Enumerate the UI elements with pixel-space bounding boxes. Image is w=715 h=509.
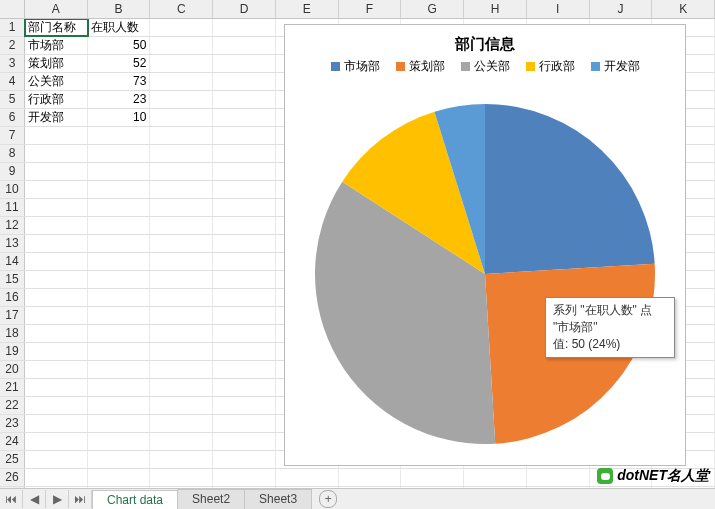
cell[interactable]	[213, 181, 276, 198]
cell[interactable]	[213, 307, 276, 324]
cell[interactable]	[150, 163, 213, 180]
row-header[interactable]: 6	[0, 109, 25, 126]
cell[interactable]: 73	[88, 73, 151, 90]
row-header[interactable]: 10	[0, 181, 25, 198]
cell[interactable]: 23	[88, 91, 151, 108]
cell[interactable]	[150, 415, 213, 432]
col-header[interactable]: K	[652, 0, 715, 18]
cell[interactable]	[25, 199, 88, 216]
cell[interactable]	[88, 307, 151, 324]
row-header[interactable]: 23	[0, 415, 25, 432]
cell[interactable]	[25, 217, 88, 234]
cell[interactable]	[88, 343, 151, 360]
cell[interactable]	[150, 217, 213, 234]
cell[interactable]	[150, 55, 213, 72]
col-header[interactable]: A	[25, 0, 88, 18]
sheet-tab[interactable]: Sheet3	[244, 489, 312, 509]
cell[interactable]	[25, 469, 88, 486]
cell[interactable]	[213, 397, 276, 414]
cell[interactable]	[88, 127, 151, 144]
cell[interactable]	[88, 469, 151, 486]
cell[interactable]	[88, 361, 151, 378]
cell[interactable]	[88, 145, 151, 162]
row-header[interactable]: 2	[0, 37, 25, 54]
scroll-next-icon[interactable]: ▶	[46, 490, 69, 508]
cell[interactable]	[150, 37, 213, 54]
col-header[interactable]: C	[150, 0, 213, 18]
row-header[interactable]: 16	[0, 289, 25, 306]
cell[interactable]: 策划部	[25, 55, 88, 72]
cell[interactable]	[150, 451, 213, 468]
cell[interactable]	[150, 397, 213, 414]
row-header[interactable]: 11	[0, 199, 25, 216]
cell[interactable]	[150, 361, 213, 378]
col-header[interactable]: I	[527, 0, 590, 18]
cell[interactable]	[213, 415, 276, 432]
row-header[interactable]: 26	[0, 469, 25, 486]
cell[interactable]	[25, 361, 88, 378]
row-header[interactable]: 8	[0, 145, 25, 162]
cell[interactable]	[25, 451, 88, 468]
cell[interactable]	[213, 19, 276, 36]
col-header[interactable]: F	[339, 0, 402, 18]
cell[interactable]	[150, 325, 213, 342]
cell[interactable]	[150, 19, 213, 36]
cell[interactable]	[88, 289, 151, 306]
cell[interactable]	[88, 397, 151, 414]
cell[interactable]	[150, 307, 213, 324]
cell[interactable]	[150, 433, 213, 450]
cell[interactable]	[150, 109, 213, 126]
col-header[interactable]: E	[276, 0, 339, 18]
cell[interactable]	[88, 271, 151, 288]
cell[interactable]	[339, 469, 402, 486]
cell[interactable]: 行政部	[25, 91, 88, 108]
scroll-first-icon[interactable]: ⏮	[0, 490, 23, 508]
cell[interactable]	[464, 469, 527, 486]
cell[interactable]	[150, 343, 213, 360]
cell[interactable]	[213, 235, 276, 252]
cell[interactable]	[213, 379, 276, 396]
row-header[interactable]: 3	[0, 55, 25, 72]
row-header[interactable]: 13	[0, 235, 25, 252]
cell[interactable]	[88, 199, 151, 216]
row-header[interactable]: 18	[0, 325, 25, 342]
cell[interactable]	[213, 109, 276, 126]
cell[interactable]	[213, 325, 276, 342]
row-header[interactable]: 19	[0, 343, 25, 360]
cell[interactable]	[88, 217, 151, 234]
row-header[interactable]: 25	[0, 451, 25, 468]
cell[interactable]	[213, 37, 276, 54]
cell[interactable]	[150, 181, 213, 198]
cell[interactable]	[276, 469, 339, 486]
row-header[interactable]: 17	[0, 307, 25, 324]
cell[interactable]	[213, 253, 276, 270]
cell[interactable]	[213, 469, 276, 486]
cell[interactable]	[25, 379, 88, 396]
cell[interactable]: 开发部	[25, 109, 88, 126]
cell[interactable]	[150, 145, 213, 162]
cell[interactable]	[150, 199, 213, 216]
cell[interactable]	[25, 307, 88, 324]
embedded-chart[interactable]: 部门信息 市场部策划部公关部行政部开发部 系列 "在职人数" 点 "市场部" 值…	[284, 24, 686, 466]
cell[interactable]: 52	[88, 55, 151, 72]
cell[interactable]	[88, 163, 151, 180]
col-header[interactable]: D	[213, 0, 276, 18]
cell[interactable]	[88, 235, 151, 252]
cell[interactable]	[25, 415, 88, 432]
cell[interactable]	[213, 271, 276, 288]
cell[interactable]	[213, 73, 276, 90]
cell[interactable]	[25, 271, 88, 288]
row-header[interactable]: 12	[0, 217, 25, 234]
cell[interactable]: 在职人数	[88, 19, 151, 36]
col-header[interactable]: B	[88, 0, 151, 18]
cell[interactable]	[150, 73, 213, 90]
cell[interactable]	[150, 127, 213, 144]
cell[interactable]	[213, 163, 276, 180]
cell[interactable]	[150, 271, 213, 288]
add-sheet-button[interactable]: +	[319, 490, 337, 508]
pie-slice[interactable]	[485, 104, 655, 274]
cell[interactable]	[527, 469, 590, 486]
cell[interactable]: 50	[88, 37, 151, 54]
cell[interactable]	[25, 325, 88, 342]
cell[interactable]	[88, 325, 151, 342]
